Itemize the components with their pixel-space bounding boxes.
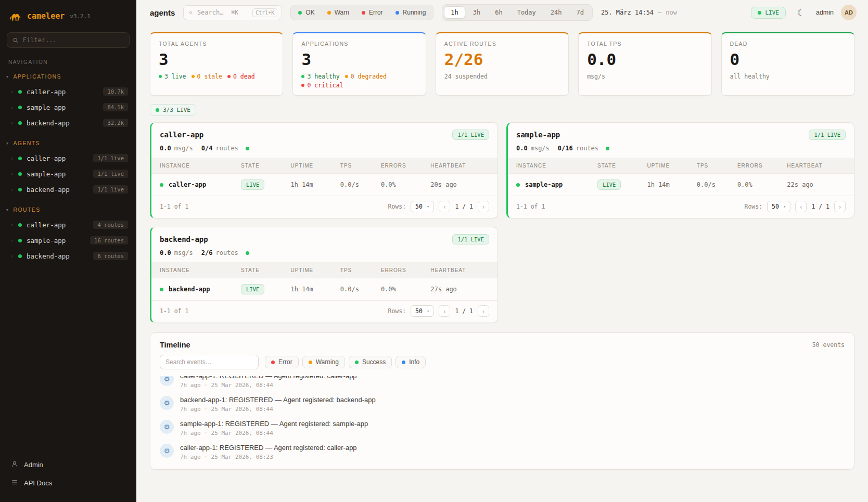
date-range[interactable]: 25. März 14:54 — now (601, 9, 677, 16)
chip-label: OK (305, 9, 314, 16)
tps-value: 0.0 (160, 249, 171, 256)
range-button-6h[interactable]: 6h (488, 6, 509, 19)
dark-mode-toggle[interactable]: ☾ (793, 5, 809, 20)
prev-page-button[interactable]: ‹ (439, 305, 450, 317)
table-row[interactable]: backend-app LIVE 1h 14m 0.0/s 0.0% 27s a… (151, 278, 497, 301)
live-badge: 1/1 LIVE (452, 130, 489, 140)
sidebar-section-header-applications[interactable]: ▾ APPLICATIONS (0, 71, 136, 84)
avatar[interactable]: AD (841, 5, 857, 20)
sidebar-item-agents-backend-app[interactable]: › backend-app 1/1 live (0, 182, 136, 197)
status-dot (18, 223, 22, 227)
filter-chip-error[interactable]: Error (356, 7, 389, 18)
error-dot (271, 361, 275, 364)
timeline-chip-warning[interactable]: Warning (302, 356, 345, 368)
col-instance: INSTANCE (160, 267, 241, 273)
col-instance: INSTANCE (516, 163, 597, 169)
sidebar-item-api-docs[interactable]: API Docs (8, 475, 128, 491)
stat-subtitle: msg/s (587, 73, 703, 80)
range-button-1h[interactable]: 1h (444, 6, 465, 19)
stat-details: 3 live 0 stale 0 dead (159, 73, 274, 80)
sidebar-item-routes-sample-app[interactable]: › sample-app 16 routes (0, 233, 136, 248)
error-dot (362, 11, 365, 15)
status-dot (18, 239, 22, 242)
timeline-search-input[interactable] (160, 355, 259, 369)
sidebar-section-header-routes[interactable]: ▾ ROUTES (0, 204, 136, 217)
nav-section-label: NAVIGATION (0, 58, 136, 71)
tps-value: 0.0 (516, 145, 528, 152)
global-search[interactable]: Ctrl+K (183, 5, 282, 20)
table-footer: 1-1 of 1 Rows: 50▾ ‹ 1 / 1 › (151, 196, 497, 218)
sidebar-item-applications-backend-app[interactable]: › backend-app 32.2k (0, 115, 136, 131)
section-caret-icon: ▾ (6, 208, 9, 212)
live-status-badge[interactable]: LIVE (751, 7, 786, 19)
app-version: v3.2.1 (70, 13, 91, 20)
prev-page-button[interactable]: ‹ (795, 201, 807, 212)
sidebar-filter[interactable] (7, 32, 130, 48)
sidebar-item-applications-caller-app[interactable]: › caller-app 10.7k (0, 84, 136, 99)
section-label: APPLICATIONS (13, 73, 61, 80)
section-caret-icon: ▾ (6, 141, 9, 146)
range-button-24h[interactable]: 24h (544, 6, 569, 19)
status-filter-group: OK Warn Error Running (290, 5, 433, 20)
tps-unit: msg/s (531, 145, 550, 152)
timeline-event[interactable]: ⚙ caller-app-1: REGISTERED — Agent regis… (160, 376, 845, 392)
range-button-7d[interactable]: 7d (569, 6, 590, 19)
sidebar-item-agents-sample-app[interactable]: › sample-app 1/1 live (0, 166, 136, 182)
filter-chip-ok[interactable]: OK (292, 7, 320, 18)
status-dot (516, 183, 520, 187)
timeline-event[interactable]: ⚙ caller-app-1: REGISTERED — Agent regis… (160, 440, 845, 464)
next-page-button[interactable]: › (478, 201, 489, 212)
sidebar-item-admin[interactable]: Admin (8, 457, 128, 472)
table-row[interactable]: caller-app LIVE 1h 14m 0.0/s 0.0% 20s ag… (151, 173, 497, 196)
sidebar-item-label: backend-app (27, 186, 70, 194)
status-dot (160, 288, 163, 291)
rows-per-page-select[interactable]: 50▾ (767, 201, 790, 212)
timeline-chip-success[interactable]: Success (349, 356, 392, 368)
caret-down-icon: ▾ (427, 308, 429, 314)
range-button-today[interactable]: Today (510, 6, 543, 19)
rows-per-page-select[interactable]: 50▾ (411, 305, 434, 317)
timeline-filter-group: Error Warning Success Info (265, 356, 426, 368)
timeline-event[interactable]: ⚙ sample-app-1: REGISTERED — Agent regis… (160, 416, 845, 440)
row-range: 1-1 of 1 (160, 203, 188, 210)
table-footer: 1-1 of 1 Rows: 50▾ ‹ 1 / 1 › (151, 301, 497, 323)
prev-page-button[interactable]: ‹ (439, 201, 450, 212)
app-name[interactable]: backend-app (160, 235, 208, 243)
red-dot (301, 84, 304, 87)
state-badge: LIVE (597, 179, 621, 190)
global-search-input[interactable] (197, 9, 248, 16)
timeline-event-list[interactable]: ⚙ caller-app-1: REGISTERED — Agent regis… (150, 376, 854, 469)
sidebar-item-agents-caller-app[interactable]: › caller-app 1/1 live (0, 150, 136, 166)
sidebar-item-applications-sample-app[interactable]: › sample-app 84.1k (0, 99, 136, 115)
sidebar-item-routes-caller-app[interactable]: › caller-app 4 routes (0, 217, 136, 233)
timeline-event[interactable]: ⚙ backend-app-1: REGISTERED — Agent regi… (160, 392, 845, 416)
detail-healthy: 3 healthy (301, 73, 339, 80)
next-page-button[interactable]: › (478, 305, 489, 317)
chevron-right-icon: › (10, 105, 14, 110)
table-row[interactable]: sample-app LIVE 1h 14m 0.0/s 0.0% 22s ag… (508, 173, 854, 196)
sidebar-item-routes-backend-app[interactable]: › backend-app 6 routes (0, 248, 136, 264)
rows-per-page-select[interactable]: 50▾ (411, 201, 434, 212)
time-range-group: 1h 3h 6h Today 24h 7d (442, 4, 593, 21)
state-cell: LIVE (241, 286, 290, 293)
app-name[interactable]: sample-app (516, 131, 560, 139)
tps-unit: msg/s (174, 249, 193, 256)
timeline-chip-info[interactable]: Info (395, 356, 426, 368)
timeline-chip-error[interactable]: Error (265, 356, 299, 368)
routes-used: 0/4 (201, 145, 213, 152)
success-dot (355, 361, 359, 364)
timeline-event-count: 50 events (812, 341, 845, 349)
app-card-backend-app: backend-app 1/1 LIVE 0.0 msg/s 2/6 route… (150, 227, 498, 323)
sidebar-filter-input[interactable] (23, 36, 124, 44)
event-message: caller-app-1: REGISTERED — Agent registe… (180, 376, 357, 380)
table-header: INSTANCE STATE UPTIME TPS ERRORS HEARTBE… (151, 158, 497, 173)
routes-used: 0/16 (558, 145, 573, 152)
app-name[interactable]: caller-app (160, 131, 203, 139)
filter-chip-running[interactable]: Running (390, 7, 432, 18)
filter-chip-warn[interactable]: Warn (322, 7, 355, 18)
range-button-3h[interactable]: 3h (466, 6, 487, 19)
next-page-button[interactable]: › (834, 201, 846, 212)
sidebar-section-header-agents[interactable]: ▾ AGENTS (0, 138, 136, 150)
stat-subtitle: 24 suspended (444, 73, 560, 80)
chevron-left-icon: ‹ (442, 307, 446, 315)
